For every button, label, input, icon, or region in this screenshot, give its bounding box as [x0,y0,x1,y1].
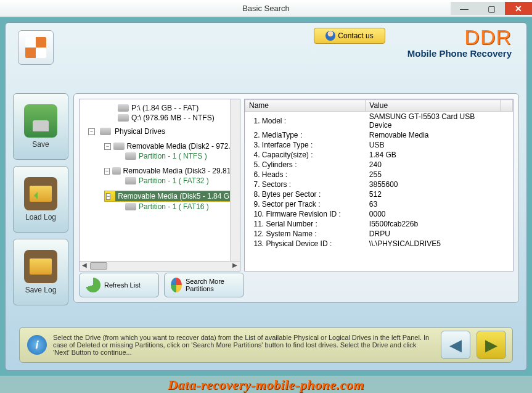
prop-name: 3. Interface Type : [245,140,366,150]
tree-item[interactable]: Q:\ (978.96 MB - - NTFS) [131,114,215,122]
collapse-icon[interactable]: − [88,128,95,135]
minimize-button[interactable]: — [451,2,478,15]
folder-save-icon [24,250,57,283]
prop-name: 9. Sector per Track : [245,199,366,209]
table-row[interactable]: 11. Serial Number :I5500fcab226b [245,219,513,229]
table-row[interactable]: 13. Physical Device ID :\\.\PHYSICALDRIV… [245,239,513,249]
partition-icon [125,177,136,184]
watermark: Data-recovery-mobile-phone.com [0,376,532,393]
tree-item[interactable]: Removable Media (Disk2 - 972.69 [127,142,239,151]
save-icon [24,104,57,138]
prop-name: 4. Capacity(size) : [245,150,366,160]
prop-value: Removable Media [366,130,501,140]
header: Contact us DDR Mobile Phone Recovery [6,23,526,78]
prop-value: USB [366,140,501,150]
table-row[interactable]: 10. Firmware Revision ID :0000 [245,209,513,219]
prop-value: 3855600 [366,180,501,189]
tree-item[interactable]: Partition - 1 ( NTFS ) [139,152,207,160]
hint-bar: i Select the Drive (from which you want … [19,327,513,363]
drive-icon [118,104,129,112]
collapse-icon[interactable]: − [104,168,110,175]
prop-name: 6. Heads : [245,170,366,180]
prop-name: 7. Sectors : [245,180,366,189]
prop-value: 512 [366,189,501,199]
info-icon: i [27,335,47,355]
hint-text: Select the Drive (from which you want to… [53,334,435,356]
titlebar: Basic Search — ▢ ✕ [0,0,532,17]
contact-us-button[interactable]: Contact us [314,28,385,44]
prop-value: 1.84 GB [366,150,501,160]
brand-logo-text: DDR [407,25,512,49]
prop-name: 2. MediaType : [245,130,366,140]
prop-value: 63 [366,199,501,209]
prop-name: 12. System Name : [245,229,366,239]
search-more-partitions-button[interactable]: Search More Partitions [164,273,244,297]
prop-value: I5500fcab226b [366,219,501,229]
refresh-icon [86,278,100,292]
prop-name: 10. Firmware Revision ID : [245,209,366,219]
tree-item[interactable]: P:\ (1.84 GB - - FAT) [131,104,198,112]
next-button[interactable]: ▶ [477,331,506,359]
app-logo [18,30,54,65]
collapse-icon[interactable]: − [106,193,110,200]
prop-name: 11. Serial Number : [245,219,366,229]
main-panel: P:\ (1.84 GB - - FAT) Q:\ (978.96 MB - -… [73,93,519,303]
save-label: Save [32,140,49,149]
load-log-button[interactable]: Load Log [13,166,68,233]
maximize-button[interactable]: ▢ [478,2,505,15]
load-log-label: Load Log [25,213,56,221]
brand-subtitle: Mobile Phone Recovery [407,48,512,59]
partition-icon [125,203,136,210]
prop-name: 5. Cylinders : [245,160,366,170]
tree-item[interactable]: Partition - 1 ( FAT16 ) [139,202,209,211]
prop-value: 240 [366,160,501,170]
table-row[interactable]: 3. Interface Type :USB [245,140,513,150]
previous-button[interactable]: ◀ [441,331,470,359]
brand: DDR Mobile Phone Recovery [407,25,512,59]
tree-horizontal-scrollbar[interactable]: ◀▶ [80,261,240,271]
table-row[interactable]: 7. Sectors :3855600 [245,180,513,189]
window-title: Basic Search [242,4,290,13]
table-row[interactable]: 2. MediaType :Removable Media [245,130,513,140]
tree-item[interactable]: Removable Media (Disk3 - 29.81 G [123,167,239,175]
prop-name: 8. Bytes per Sector : [245,189,366,199]
prop-value: 0000 [366,209,501,219]
prop-value: SAMSUNG GT-I5503 Card USB Device [366,112,501,131]
save-log-label: Save Log [25,286,57,294]
tree-item[interactable]: Partition - 1 ( FAT32 ) [139,176,209,185]
folder-open-icon [24,177,57,210]
close-button[interactable]: ✕ [505,2,532,15]
drive-tree[interactable]: P:\ (1.84 GB - - FAT) Q:\ (978.96 MB - -… [79,99,240,271]
search-more-label: Search More Partitions [186,278,237,292]
drives-icon [100,128,111,135]
save-button[interactable]: Save [13,93,68,160]
prop-name: 13. Physical Device ID : [245,239,366,249]
tree-item[interactable]: Physical Drives [115,127,165,136]
prop-value: DRPU [366,229,501,239]
table-row[interactable]: 9. Sector per Track :63 [245,199,513,209]
column-header-name[interactable]: Name [245,100,366,112]
table-row[interactable]: 1. Model :SAMSUNG GT-I5503 Card USB Devi… [245,112,513,131]
prop-name: 1. Model : [245,112,366,131]
table-row[interactable]: 5. Cylinders :240 [245,160,513,170]
table-row[interactable]: 4. Capacity(size) :1.84 GB [245,150,513,160]
table-row[interactable]: 12. System Name :DRPU [245,229,513,239]
column-header-value[interactable]: Value [366,100,501,112]
refresh-list-button[interactable]: Refresh List [79,273,159,297]
prop-value: \\.\PHYSICALDRIVE5 [366,239,501,249]
drive-icon [112,167,121,175]
properties-table: Name Value 1. Model :SAMSUNG GT-I5503 Ca… [244,99,514,271]
drive-icon [113,143,125,150]
drive-icon [118,114,129,122]
collapse-icon[interactable]: − [104,143,111,150]
refresh-label: Refresh List [104,281,141,289]
table-row[interactable]: 8. Bytes per Sector :512 [245,189,513,199]
contact-label: Contact us [338,31,373,40]
prop-value: 255 [366,170,501,180]
table-row[interactable]: 6. Heads :255 [245,170,513,180]
partition-icon [125,152,136,160]
person-icon [325,31,335,41]
tree-item-selected[interactable]: Removable Media (Disk5 - 1.84 GB [115,191,237,201]
tree-vertical-scrollbar[interactable] [230,99,240,261]
save-log-button[interactable]: Save Log [13,239,68,305]
